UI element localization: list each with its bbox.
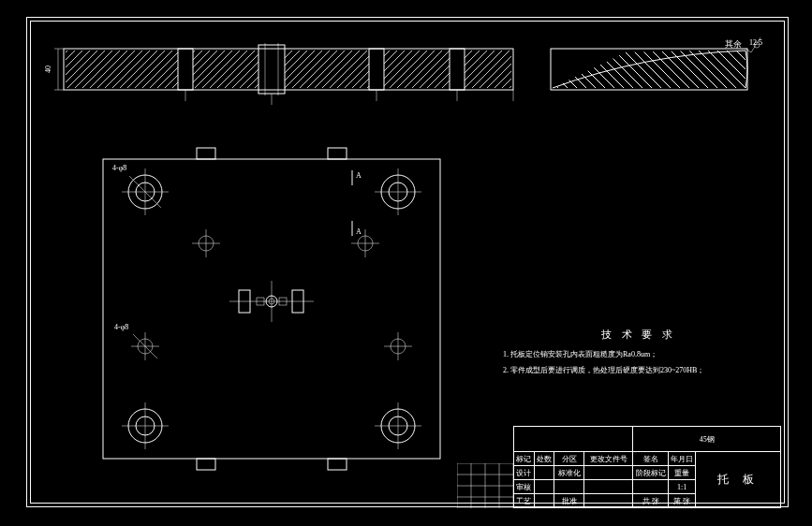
svg-rect-23 bbox=[197, 148, 215, 159]
tech-req-line2: 2. 零件成型后要进行调质，热处理后硬度要达到230~270HB； bbox=[503, 365, 775, 375]
title-block: 45钢 标记 处数 分区 更改文件号 签名 年月日 托 板 设计 标准化 阶段标… bbox=[513, 426, 781, 508]
svg-rect-26 bbox=[328, 459, 347, 470]
mid-hole-1 bbox=[192, 229, 220, 257]
tb-r2c3: 标准化 bbox=[554, 466, 584, 480]
tb-r4c1: 工艺 bbox=[514, 494, 535, 508]
tb-r4c3: 批准 bbox=[554, 494, 584, 508]
svg-rect-11 bbox=[369, 49, 384, 90]
tb-r1c3: 分区 bbox=[554, 452, 584, 466]
svg-rect-7 bbox=[178, 49, 193, 90]
corner-boss-tr bbox=[375, 168, 421, 215]
corner-boss-tl: 4-φ8 bbox=[112, 164, 169, 215]
tb-r1c4: 更改文件号 bbox=[584, 452, 633, 466]
corner-boss-br bbox=[375, 402, 421, 449]
tb-r1c1: 标记 bbox=[514, 452, 535, 466]
center-feature bbox=[229, 281, 314, 322]
svg-rect-25 bbox=[197, 459, 215, 470]
tb-r1c2: 处数 bbox=[534, 452, 554, 466]
angle-mark-1: 4-φ8 bbox=[112, 164, 126, 172]
mid-hole-4 bbox=[384, 332, 412, 360]
tb-r1c6: 年月日 bbox=[669, 452, 696, 466]
tb-r2c5: 阶段标记 bbox=[633, 466, 669, 480]
svg-rect-24 bbox=[328, 148, 347, 159]
tech-req-line1: 1. 托板定位销安装孔内表面粗糙度为Ra0.8um； bbox=[503, 349, 775, 359]
svg-rect-3 bbox=[193, 51, 258, 88]
tb-r3c1: 审核 bbox=[514, 480, 535, 494]
revision-grid bbox=[457, 463, 513, 508]
cad-viewport: 其余 12.5 bbox=[0, 0, 812, 526]
section-view: 40 bbox=[45, 43, 757, 109]
angle-mark-2: 4-φ8 bbox=[114, 323, 128, 331]
tb-r2c4 bbox=[584, 466, 633, 480]
svg-rect-6 bbox=[465, 51, 511, 88]
part-name-cell: 托 板 bbox=[696, 452, 781, 508]
dim-height: 40 bbox=[45, 66, 52, 73]
svg-rect-4 bbox=[285, 51, 369, 88]
corner-boss-bl bbox=[122, 402, 169, 449]
svg-rect-5 bbox=[384, 51, 450, 88]
material-cell: 45钢 bbox=[633, 427, 781, 452]
tb-r1c5: 签名 bbox=[633, 452, 669, 466]
plan-view: 4-φ8 bbox=[75, 131, 468, 477]
section-label-a2: A bbox=[356, 227, 362, 236]
tb-r4c5: 共 张 bbox=[633, 494, 669, 508]
svg-rect-2 bbox=[66, 51, 178, 88]
tb-r4c6: 第 张 bbox=[669, 494, 696, 508]
svg-rect-8 bbox=[258, 45, 285, 94]
tb-r2c1: 设计 bbox=[514, 466, 535, 480]
tb-r2c2 bbox=[534, 466, 554, 480]
tech-req-title: 技 术 要 求 bbox=[503, 328, 775, 342]
svg-rect-12 bbox=[450, 49, 465, 90]
tb-r2c6: 重量 bbox=[669, 466, 696, 480]
mid-hole-3: 4-φ8 bbox=[114, 323, 159, 360]
section-label-a1: A bbox=[356, 171, 362, 180]
tb-r3c7: 1:1 bbox=[669, 480, 696, 494]
tech-requirements: 技 术 要 求 1. 托板定位销安装孔内表面粗糙度为Ra0.8um； 2. 零件… bbox=[503, 328, 775, 381]
